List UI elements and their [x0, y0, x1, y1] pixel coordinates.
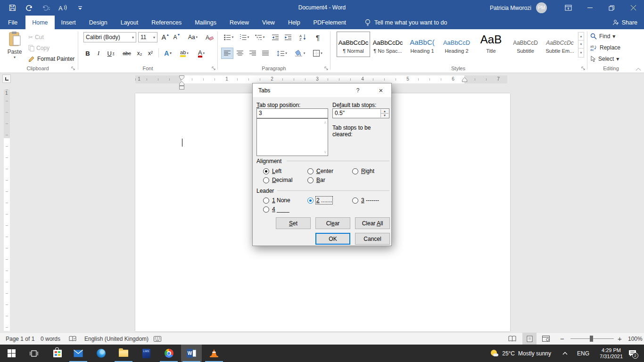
ribbon-tab-review[interactable]: Review [223, 16, 256, 29]
user-avatar[interactable]: PM [536, 2, 547, 13]
ribbon-tab-design[interactable]: Design [83, 16, 114, 29]
style-subtle-emphasis[interactable]: AaBbCcDc Subtle Em... [543, 32, 577, 57]
leader-radio-3-dashes[interactable]: 3 ------- [352, 197, 379, 204]
shading-button[interactable]: ▾ [292, 48, 307, 58]
listbox-scroll-down-icon[interactable]: ∨ [323, 149, 327, 154]
horizontal-ruler[interactable]: 1 1 2 3 4 5 6 7 [135, 75, 507, 83]
align-right-button[interactable] [247, 48, 258, 58]
superscript-button[interactable]: x² [145, 48, 156, 58]
change-case-button[interactable]: Aa▾ [185, 32, 201, 42]
alignment-radio-left[interactable]: Left [263, 168, 281, 174]
ribbon-tab-file[interactable]: File [0, 16, 25, 29]
style-normal[interactable]: AaBbCcDc ¶ Normal [337, 32, 370, 57]
leader-radio-1-none[interactable]: 1 None [263, 197, 290, 204]
zoom-in-button[interactable]: + [616, 333, 624, 345]
minimize-button[interactable] [579, 0, 601, 16]
taskbar-icon-store[interactable] [47, 345, 68, 362]
vertical-ruler[interactable]: 1 [4, 90, 10, 331]
ribbon-tab-layout[interactable]: Layout [114, 16, 145, 29]
style-heading-2[interactable]: AaBbCcD Heading 2 [440, 32, 473, 57]
increase-indent-button[interactable] [282, 32, 294, 42]
proofing-status-icon[interactable] [67, 333, 78, 345]
start-button[interactable] [1, 345, 22, 362]
ok-button[interactable]: OK [315, 233, 350, 245]
tabs-dialog-titlebar[interactable]: Tabs [253, 83, 391, 97]
styles-gallery-more-icon[interactable]: ▼ [578, 49, 584, 57]
taskbar-clock[interactable]: 4:29 PM 7/31/2021 [600, 347, 623, 360]
zoom-percentage[interactable]: 100% [626, 333, 644, 345]
ribbon-tab-home[interactable]: Home [25, 16, 54, 29]
font-name-combobox[interactable]: Calibri (Body)▾ [83, 32, 136, 42]
format-painter-button[interactable]: Format Painter [28, 54, 74, 64]
taskbar-icon-file-explorer[interactable] [113, 345, 134, 362]
ribbon-tab-view[interactable]: View [256, 16, 281, 29]
ribbon-tab-help[interactable]: Help [281, 16, 307, 29]
style-subtitle[interactable]: AaBbCcD Subtitle [509, 32, 542, 57]
line-spacing-button[interactable]: ▾ [274, 48, 289, 58]
grow-font-button[interactable]: A▲ [160, 32, 171, 42]
taskbar-icon-mail[interactable] [68, 345, 89, 362]
action-center-button[interactable]: 2 [628, 350, 636, 357]
font-color-button[interactable]: A▾ [194, 48, 208, 58]
web-layout-button[interactable] [540, 333, 552, 345]
tab-stop-position-input[interactable]: 3 [256, 108, 328, 118]
page-indicator[interactable]: Page 1 of 1 [4, 333, 36, 345]
macro-keyboard-icon[interactable] [152, 333, 163, 345]
alignment-radio-decimal[interactable]: Decimal [263, 177, 292, 183]
decrease-indent-button[interactable] [270, 32, 281, 42]
indent-markers[interactable] [179, 75, 185, 90]
copy-button[interactable]: Copy [28, 43, 50, 53]
task-view-button[interactable] [24, 345, 44, 362]
paste-button[interactable]: Paste ▾ [4, 31, 25, 67]
italic-button[interactable]: I [94, 48, 103, 58]
tell-me-box[interactable]: Tell me what you want to do [365, 16, 447, 29]
customize-qat-icon[interactable] [75, 3, 85, 13]
numbering-button[interactable]: ▾ [237, 32, 251, 42]
signed-in-user[interactable]: Patricia Mworozi [490, 5, 531, 11]
find-button[interactable]: Find ▾ [590, 33, 615, 40]
styles-dialog-launcher-icon[interactable] [581, 66, 586, 71]
subscript-button[interactable]: x₂ [134, 48, 145, 58]
save-icon[interactable] [8, 3, 17, 13]
redo-icon[interactable] [25, 3, 34, 13]
cancel-button[interactable]: Cancel [355, 233, 390, 245]
select-button[interactable]: Select ▾ [590, 56, 619, 62]
style-title[interactable]: AaB Title [474, 32, 508, 57]
word-count[interactable]: 0 words [39, 333, 62, 345]
shrink-font-button[interactable]: A▼ [172, 32, 182, 42]
sort-button[interactable]: AZ [297, 32, 309, 42]
styles-scroll-down-icon[interactable]: ▼ [578, 41, 584, 49]
taskbar-icon-edge[interactable] [91, 345, 111, 362]
styles-scroll-up-icon[interactable]: ▲ [578, 33, 584, 41]
text-highlight-button[interactable]: ab▾ [177, 48, 192, 58]
clipboard-dialog-launcher-icon[interactable] [71, 66, 75, 71]
restore-button[interactable] [601, 0, 622, 16]
font-dialog-launcher-icon[interactable] [211, 66, 216, 71]
style-heading-1[interactable]: AaBbC( Heading 1 [405, 32, 439, 57]
collapse-ribbon-icon[interactable] [636, 67, 641, 71]
ribbon-tab-references[interactable]: References [145, 16, 188, 29]
show-formatting-marks-button[interactable]: ¶ [313, 32, 323, 42]
leader-radio-4-underline[interactable]: 4 ____ [263, 206, 289, 213]
alignment-radio-center[interactable]: Center [307, 168, 333, 174]
ribbon-tab-pdfelement[interactable]: PDFelement [307, 16, 353, 29]
alignment-radio-bar[interactable]: Bar [307, 177, 325, 183]
spinner-up-icon[interactable]: ▲ [381, 109, 388, 114]
language-indicator[interactable]: English (United Kingdom) [83, 333, 150, 345]
tray-overflow-chevron-icon[interactable] [562, 352, 568, 355]
weather-widget[interactable]: 25°C Mostly sunny [490, 349, 551, 358]
read-mode-button[interactable] [506, 333, 518, 345]
clear-formatting-button[interactable]: A [204, 32, 215, 42]
tab-stops-listbox[interactable]: ∧ ∨ [256, 118, 328, 156]
read-aloud-icon[interactable]: A [58, 3, 68, 13]
alignment-radio-right[interactable]: Right [352, 168, 374, 174]
dialog-close-button[interactable]: × [372, 83, 390, 97]
tab-stop-selector[interactable] [2, 74, 11, 83]
underline-button[interactable]: U▾ [104, 48, 117, 58]
share-button[interactable]: Share [612, 16, 637, 29]
spinner-down-icon[interactable]: ▼ [381, 114, 388, 117]
strikethrough-button[interactable]: abc [121, 48, 133, 58]
style-no-spacing[interactable]: AaBbCcDc ¶ No Spac... [371, 32, 405, 57]
right-indent-marker[interactable] [462, 77, 467, 82]
clear-button[interactable]: Clear [315, 217, 350, 229]
